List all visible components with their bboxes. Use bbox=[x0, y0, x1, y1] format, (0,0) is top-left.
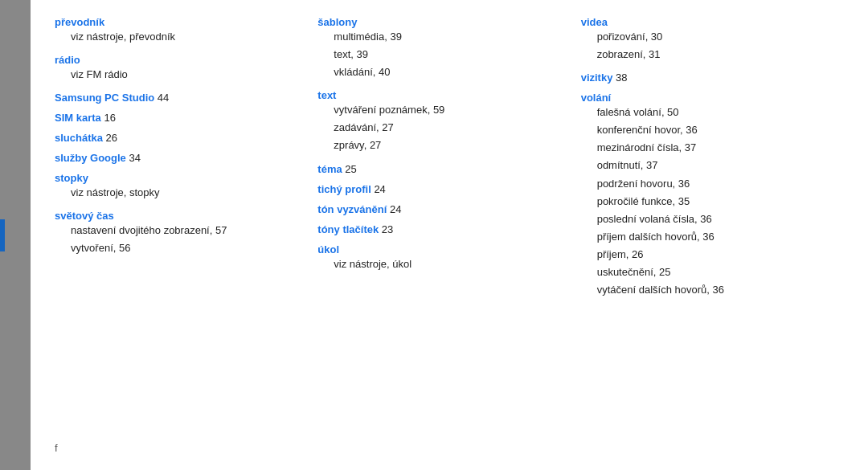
entry-title: volání bbox=[581, 92, 612, 104]
index-entry: Samsung PC Studio 44 bbox=[55, 92, 301, 104]
index-entry: tón vyzvánění 24 bbox=[317, 203, 564, 215]
sub-entry-item: viz nástroje, převodník bbox=[71, 28, 301, 46]
entry-title: služby Google bbox=[55, 152, 126, 164]
entry-number: 25 bbox=[342, 163, 357, 175]
entry-title-line: světový čas bbox=[55, 210, 301, 222]
column-3: videapořizování, 30zobrazení, 31vizitky … bbox=[581, 16, 844, 454]
sub-entry-item: poslední volaná čísla, 36 bbox=[597, 210, 828, 228]
index-entry: rádioviz FM rádio bbox=[55, 54, 301, 84]
sub-entry-item: text, 39 bbox=[334, 46, 564, 63]
sub-entry-item: viz nástroje, úkol bbox=[334, 255, 564, 273]
entry-title: převodník bbox=[55, 16, 104, 28]
sub-entry-item: pokročilé funkce, 35 bbox=[597, 193, 828, 210]
sub-entry-item: vytáčení dalších hovorů, 36 bbox=[597, 281, 828, 299]
sub-entries: viz nástroje, převodník bbox=[55, 28, 301, 46]
entry-title-line: videa bbox=[581, 16, 828, 28]
index-entry: stopkyviz nástroje, stopky bbox=[55, 172, 301, 202]
index-entry: šablonymultimédia, 39text, 39vkládání, 4… bbox=[317, 16, 564, 81]
entry-title: šablony bbox=[317, 16, 357, 28]
entry-title: tón vyzvánění bbox=[317, 203, 387, 215]
sub-entries: vytváření poznámek, 59zadávání, 27zprávy… bbox=[317, 101, 564, 154]
sub-entry-item: viz nástroje, stopky bbox=[71, 184, 301, 202]
entry-title-line: volání bbox=[581, 92, 828, 104]
sub-entry-item: konferenční hovor, 36 bbox=[597, 121, 828, 139]
sub-entry-item: pořizování, 30 bbox=[597, 28, 828, 46]
entry-title: stopky bbox=[55, 172, 88, 184]
entry-number: 26 bbox=[103, 132, 117, 144]
index-entry: tichý profil 24 bbox=[317, 183, 564, 195]
index-entry: textvytváření poznámek, 59zadávání, 27zp… bbox=[317, 89, 564, 154]
entry-title-line: úkol bbox=[317, 243, 564, 255]
sub-entry-item: vytvoření, 56 bbox=[71, 239, 301, 257]
entry-title: tóny tlačítek bbox=[317, 223, 379, 235]
index-entry: videapořizování, 30zobrazení, 31 bbox=[581, 16, 828, 63]
sub-entries: multimédia, 39text, 39vkládání, 40 bbox=[317, 28, 564, 81]
entry-title: Samsung PC Studio bbox=[55, 92, 154, 104]
sub-entry-item: viz FM rádio bbox=[71, 66, 301, 84]
entry-number: 44 bbox=[154, 92, 169, 104]
sub-entry-item: vytváření poznámek, 59 bbox=[334, 101, 564, 119]
sub-entry-item: nastavení dvojitého zobrazení, 57 bbox=[71, 222, 301, 239]
sub-entry-item: odmítnutí, 37 bbox=[597, 157, 828, 174]
sub-entry-item: falešná volání, 50 bbox=[597, 104, 828, 121]
entry-number: 34 bbox=[126, 152, 141, 164]
entry-title-line: rádio bbox=[55, 54, 301, 66]
entry-title-line: tichý profil 24 bbox=[317, 183, 564, 195]
index-entry: volánífalešná volání, 50konferenční hovo… bbox=[581, 92, 828, 299]
index-entry: sluchátka 26 bbox=[55, 132, 301, 144]
entry-title-line: stopky bbox=[55, 172, 301, 184]
sub-entry-item: mezinárodní čísla, 37 bbox=[597, 139, 828, 157]
main-content: převodníkviz nástroje, převodníkrádioviz… bbox=[31, 0, 868, 470]
sub-entry-item: podržení hovoru, 36 bbox=[597, 175, 828, 193]
entry-title: téma bbox=[317, 163, 342, 175]
sidebar bbox=[0, 0, 31, 470]
entry-title: světový čas bbox=[55, 210, 114, 222]
sub-entries: viz nástroje, stopky bbox=[55, 184, 301, 202]
index-entry: SIM karta 16 bbox=[55, 112, 301, 124]
sub-entries: pořizování, 30zobrazení, 31 bbox=[581, 28, 828, 63]
entry-title: videa bbox=[581, 16, 608, 28]
sub-entry-item: uskutečnění, 25 bbox=[597, 264, 828, 281]
entry-title: tichý profil bbox=[317, 183, 371, 195]
entry-title: rádio bbox=[55, 54, 80, 66]
sidebar-indicator bbox=[0, 219, 5, 251]
column-1-entries: převodníkviz nástroje, převodníkrádioviz… bbox=[55, 16, 301, 265]
entry-title-line: převodník bbox=[55, 16, 301, 28]
entry-title-line: vizitky 38 bbox=[581, 72, 828, 84]
entry-number: 24 bbox=[387, 203, 401, 215]
entry-title-line: tóny tlačítek 23 bbox=[317, 223, 564, 235]
index-entry: světový časnastavení dvojitého zobrazení… bbox=[55, 210, 301, 257]
index-entry: úkolviz nástroje, úkol bbox=[317, 243, 564, 273]
sub-entries: nastavení dvojitého zobrazení, 57vytvoře… bbox=[55, 222, 301, 257]
footer-letter: f bbox=[55, 426, 301, 454]
sub-entry-item: zadávání, 27 bbox=[334, 119, 564, 137]
entry-title-line: SIM karta 16 bbox=[55, 112, 301, 124]
index-entry: téma 25 bbox=[317, 163, 564, 175]
entry-title: vizitky bbox=[581, 72, 613, 84]
entry-title-line: tón vyzvánění 24 bbox=[317, 203, 564, 215]
entry-number: 24 bbox=[371, 183, 386, 195]
column-1: převodníkviz nástroje, převodníkrádioviz… bbox=[55, 16, 317, 454]
index-entry: služby Google 34 bbox=[55, 152, 301, 164]
sub-entries: falešná volání, 50konferenční hovor, 36m… bbox=[581, 104, 828, 299]
index-entry: vizitky 38 bbox=[581, 72, 828, 84]
entry-number: 38 bbox=[612, 72, 627, 84]
sub-entry-item: multimédia, 39 bbox=[334, 28, 564, 46]
sub-entry-item: příjem, 26 bbox=[597, 246, 828, 264]
entry-title: text bbox=[317, 89, 336, 101]
sub-entries: viz nástroje, úkol bbox=[317, 255, 564, 273]
sub-entry-item: zobrazení, 31 bbox=[597, 46, 828, 63]
entry-title-line: téma 25 bbox=[317, 163, 564, 175]
entry-number: 23 bbox=[379, 223, 393, 235]
entry-title: SIM karta bbox=[55, 112, 101, 124]
index-columns: převodníkviz nástroje, převodníkrádioviz… bbox=[55, 16, 844, 454]
column-2: šablonymultimédia, 39text, 39vkládání, 4… bbox=[317, 16, 580, 454]
sub-entry-item: zprávy, 27 bbox=[334, 137, 564, 154]
entry-title-line: služby Google 34 bbox=[55, 152, 301, 164]
entry-title-line: šablony bbox=[317, 16, 564, 28]
entry-title-line: Samsung PC Studio 44 bbox=[55, 92, 301, 104]
entry-title: úkol bbox=[317, 243, 339, 255]
entry-title-line: sluchátka 26 bbox=[55, 132, 301, 144]
sub-entry-item: příjem dalších hovorů, 36 bbox=[597, 228, 828, 246]
index-entry: převodníkviz nástroje, převodník bbox=[55, 16, 301, 46]
